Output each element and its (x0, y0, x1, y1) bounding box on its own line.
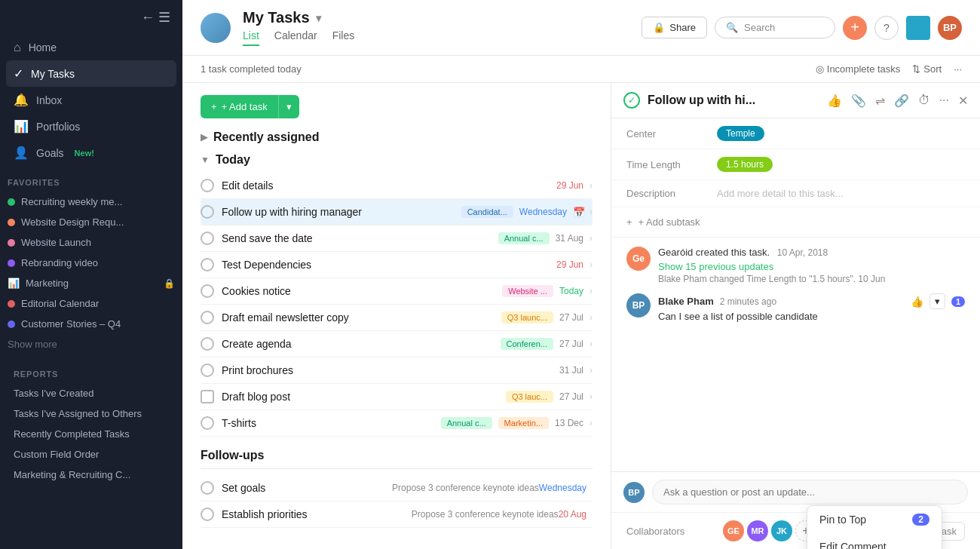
share-button[interactable]: 🔒 Share (642, 17, 707, 38)
task-checkbox[interactable] (201, 311, 214, 324)
incomplete-tasks-button[interactable]: ◎ Incomplete tasks (816, 63, 901, 75)
task-row[interactable]: T-shirts Annual c... Marketin... 13 Dec … (201, 410, 593, 437)
reports-section: Reports Tasks I've Created Tasks I've As… (0, 360, 182, 485)
attach-button[interactable]: 📎 (851, 94, 866, 108)
task-checkbox[interactable] (201, 363, 214, 377)
search-placeholder: Search (744, 22, 775, 33)
task-checkbox[interactable] (201, 481, 214, 495)
favorite-dot (8, 321, 15, 328)
favorite-item-recruiting[interactable]: Recruiting weekly me... (0, 192, 182, 212)
more-options-button[interactable]: ··· (954, 63, 962, 75)
task-row-selected[interactable]: Follow up with hiring manager Candidat..… (201, 199, 593, 225)
add-task-dropdown-button[interactable]: ▾ (278, 95, 299, 118)
task-checkbox[interactable] (201, 232, 214, 245)
add-subtask-button[interactable]: + + Add subtask (611, 207, 980, 237)
task-detail-arrow-icon: › (590, 312, 593, 323)
sidebar-item-label: Goals (36, 147, 64, 159)
tab-files[interactable]: Files (332, 29, 355, 46)
activity-content: Gearóid created this task. 10 Apr, 2018 … (658, 247, 965, 284)
favorite-label: Editorial Calendar (21, 298, 99, 309)
favorite-item-customer-stories[interactable]: Customer Stories – Q4 (0, 314, 182, 334)
task-row[interactable]: Create agenda Conferen... 27 Jul › (201, 331, 593, 357)
task-row[interactable]: Send save the date Annual c... 31 Aug › (201, 225, 593, 252)
followup-task-row[interactable]: Set goals Propose 3 conference keynote i… (201, 475, 593, 501)
section-recently-assigned[interactable]: ▶ Recently assigned (201, 130, 593, 144)
dependency-button[interactable]: ⇌ (875, 94, 885, 108)
question-icon: ? (884, 22, 890, 34)
header-title-area: My Tasks ▾ List Calendar Files (243, 9, 629, 46)
task-checkbox[interactable] (201, 416, 214, 430)
favorite-item-website-design[interactable]: Website Design Requ... (0, 212, 182, 232)
calendar-icon: 📅 (573, 207, 585, 218)
favorite-label: Rebranding video (21, 257, 98, 268)
user-profile-avatar[interactable]: BP (938, 16, 962, 40)
sort-button[interactable]: ⇅ Sort (912, 63, 942, 75)
favorite-item-rebranding[interactable]: Rebranding video (0, 253, 182, 273)
section-today[interactable]: ▼ Today (201, 153, 593, 167)
sidebar-item-label: My Tasks (31, 68, 75, 80)
tab-calendar[interactable]: Calendar (274, 29, 317, 46)
show-more-button[interactable]: Show more (0, 334, 182, 354)
header-tabs: List Calendar Files (243, 29, 629, 46)
task-name: Draft blog post (222, 391, 506, 403)
report-item-marketing-recruiting[interactable]: Marketing & Recruiting C... (6, 465, 176, 485)
sidebar-item-home[interactable]: ⌂ Home (6, 35, 176, 60)
task-checkbox[interactable] (201, 508, 214, 521)
report-item-assigned[interactable]: Tasks I've Assigned to Others (6, 403, 176, 424)
comment-like-button[interactable]: 👍 (911, 296, 923, 308)
task-row[interactable]: Test Dependencies 29 Jun › (201, 252, 593, 278)
report-item-created[interactable]: Tasks I've Created (6, 383, 176, 403)
report-item-custom-field[interactable]: Custom Field Order (6, 444, 176, 465)
task-row[interactable]: Draft blog post Q3 lauc... 27 Jul › (201, 384, 593, 410)
title-chevron-icon[interactable]: ▾ (316, 12, 321, 24)
field-value-description[interactable]: Add more detail to this task... (717, 188, 844, 199)
add-button[interactable]: + (843, 16, 867, 40)
more-options-button[interactable]: ··· (939, 94, 949, 107)
task-name: Follow up with hiring manager (222, 206, 461, 218)
task-checkbox[interactable] (201, 284, 214, 298)
like-button[interactable]: 👍 (827, 94, 842, 108)
task-checkbox[interactable] (201, 179, 214, 192)
link-button[interactable]: 🔗 (894, 94, 909, 108)
favorites-section-title: Favorites (0, 166, 182, 192)
circle-icon: ◎ (816, 63, 824, 75)
task-list: + + Add task ▾ ▶ Recently assigned ▼ Tod… (182, 83, 611, 549)
favorite-item-website-launch[interactable]: Website Launch (0, 232, 182, 253)
tab-list[interactable]: List (243, 29, 259, 46)
favorite-item-marketing[interactable]: 📊 Marketing 🔒 (0, 273, 182, 293)
close-button[interactable]: ✕ (958, 94, 968, 108)
task-row[interactable]: Print brochures 31 Jul › (201, 357, 593, 384)
task-checkbox[interactable] (201, 205, 214, 219)
section-title: Today (216, 153, 250, 167)
task-complete-button[interactable]: ✓ (623, 92, 640, 109)
favorite-item-editorial[interactable]: Editorial Calendar (0, 293, 182, 314)
sidebar-item-goals[interactable]: 👤 Goals New! (6, 140, 176, 166)
followup-task-row[interactable]: Establish priorities Propose 3 conferenc… (201, 501, 593, 528)
show-previous-updates-button[interactable]: Show 15 previous updates (658, 261, 773, 272)
sidebar-navigation: ⌂ Home ✓ My Tasks 🔔 Inbox 📊 Portfolios 👤… (0, 35, 182, 166)
task-row[interactable]: Draft email newsletter copy Q3 launc... … (201, 305, 593, 331)
task-checkbox[interactable] (201, 258, 214, 271)
task-checkbox[interactable] (201, 390, 214, 403)
section-arrow-icon: ▼ (201, 155, 210, 165)
report-item-completed[interactable]: Recently Completed Tasks (6, 424, 176, 444)
sort-icon: ⇅ (912, 63, 920, 75)
help-button[interactable]: ? (874, 16, 899, 40)
timer-button[interactable]: ⏱ (918, 94, 930, 107)
task-row[interactable]: Cookies notice Website ... Today › (201, 278, 593, 305)
comment-input-field[interactable] (652, 480, 968, 505)
field-label: Description (626, 188, 717, 199)
add-task-button[interactable]: + + Add task (201, 95, 278, 118)
field-value-time-length[interactable]: 1.5 hours (717, 157, 773, 172)
sidebar-item-inbox[interactable]: 🔔 Inbox (6, 87, 176, 113)
search-bar[interactable]: 🔍 Search (715, 17, 835, 38)
sidebar-toggle-button[interactable]: ← ☰ (141, 9, 170, 26)
sidebar-item-my-tasks[interactable]: ✓ My Tasks (6, 60, 176, 87)
activity-item: Ge Gearóid created this task. 10 Apr, 20… (626, 247, 965, 284)
task-row[interactable]: Edit details 29 Jun › (201, 173, 593, 199)
comment-dropdown-button[interactable]: ▾ (929, 293, 945, 309)
task-tag: Annual c... (498, 232, 550, 244)
task-checkbox[interactable] (201, 337, 214, 351)
field-value-center[interactable]: Temple (717, 126, 764, 141)
sidebar-item-portfolios[interactable]: 📊 Portfolios (6, 113, 176, 140)
